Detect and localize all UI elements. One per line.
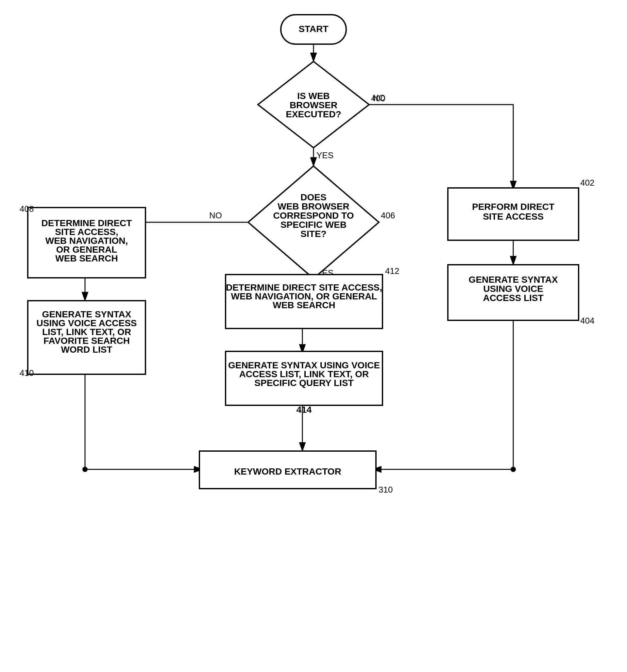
- ref-404: 404: [580, 316, 594, 326]
- ref-406: 406: [381, 211, 395, 220]
- b408-line5: WEB SEARCH: [55, 253, 118, 263]
- arrow-d400-no-to-b402: [369, 104, 513, 190]
- d406-line3: CORRESPOND TO: [273, 211, 354, 221]
- d406-line4: SPECIFIC WEB: [281, 220, 346, 230]
- ref-400: 400: [371, 94, 385, 103]
- d400-line1: IS WEB: [297, 91, 330, 101]
- b404-line3: ACCESS LIST: [483, 293, 543, 303]
- ref-408: 408: [20, 204, 34, 214]
- ref-414: 414: [296, 405, 312, 415]
- b412-line3: WEB SEARCH: [273, 300, 335, 310]
- ref-412: 412: [385, 266, 399, 276]
- ref-410: 410: [20, 368, 34, 378]
- d400-line2: BROWSER: [290, 100, 337, 110]
- ref-402: 402: [580, 178, 594, 188]
- junction-dot-right: [511, 467, 516, 472]
- b404-line1: GENERATE SYNTAX: [469, 274, 558, 285]
- b310-label: KEYWORD EXTRACTOR: [234, 466, 341, 477]
- d406-line2: WEB BROWSER: [278, 201, 349, 212]
- ref-310: 310: [379, 485, 393, 495]
- b410-line5: WORD LIST: [61, 344, 112, 355]
- start-label: START: [298, 24, 328, 34]
- no-label-2: NO: [209, 211, 222, 220]
- junction-dot-left: [82, 467, 88, 472]
- d406-line1: DOES: [300, 192, 326, 202]
- d406-line5: SITE?: [300, 229, 326, 239]
- d400-line3: EXECUTED?: [286, 109, 341, 119]
- arrow-b410-to-b310: [85, 373, 203, 470]
- b402-line2: SITE ACCESS: [483, 212, 544, 222]
- b402-line1: PERFORM DIRECT: [472, 202, 554, 212]
- flowchart-diagram: YES NO NO YES: [0, 0, 627, 672]
- arrow-b404-to-b310: [373, 317, 513, 470]
- b404-line2: USING VOICE: [483, 284, 543, 294]
- b414-line3: SPECIFIC QUERY LIST: [254, 378, 353, 388]
- yes-label-1: YES: [316, 150, 333, 160]
